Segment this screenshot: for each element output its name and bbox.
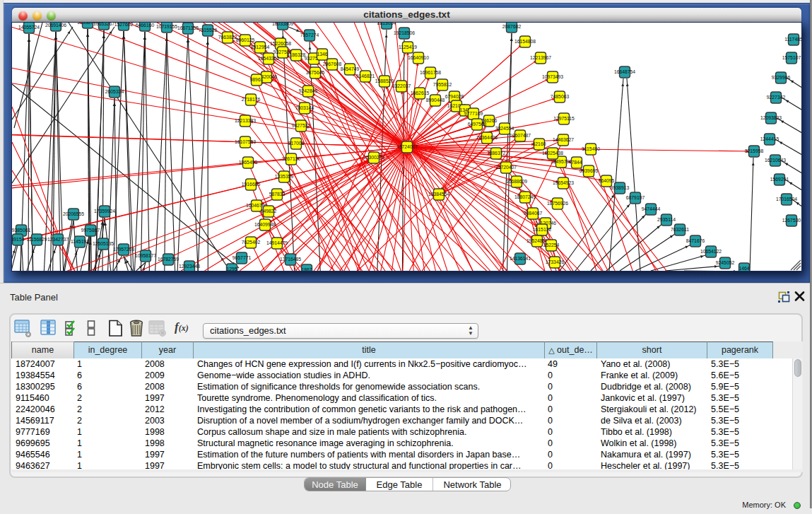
svg-text:16107553: 16107553: [235, 139, 256, 144]
svg-text:3267130: 3267130: [282, 156, 301, 161]
svg-text:2087682: 2087682: [502, 24, 522, 29]
svg-text:14055724: 14055724: [18, 25, 40, 30]
svg-text:10688609: 10688609: [506, 179, 527, 184]
svg-text:14914479: 14914479: [266, 240, 288, 245]
svg-text:587833: 587833: [269, 192, 286, 197]
svg-text:98961: 98961: [250, 77, 264, 82]
svg-text:8454749: 8454749: [341, 66, 360, 71]
svg-text:1569291: 1569291: [770, 177, 789, 182]
svg-text:1267530: 1267530: [782, 218, 801, 223]
svg-text:1615132: 1615132: [533, 227, 552, 232]
svg-text:9115460: 9115460: [582, 146, 600, 151]
svg-text:1244415: 1244415: [760, 136, 779, 141]
svg-text:252254: 252254: [543, 243, 560, 247]
svg-text:2967608: 2967608: [323, 62, 342, 66]
svg-text:7844: 7844: [571, 160, 582, 165]
svg-text:16543362: 16543362: [258, 56, 279, 61]
svg-text:2718176: 2718176: [242, 97, 261, 102]
svg-text:8471676: 8471676: [686, 238, 705, 243]
svg-text:15720407: 15720407: [495, 165, 517, 170]
svg-text:16782759: 16782759: [158, 257, 179, 262]
svg-text:19218506: 19218506: [394, 30, 415, 35]
svg-text:10025438: 10025438: [542, 151, 563, 156]
svg-text:12213383: 12213383: [235, 118, 256, 123]
svg-text:9657771: 9657771: [233, 255, 252, 260]
svg-text:9146821: 9146821: [356, 74, 375, 78]
svg-text:8186328: 8186328: [287, 52, 306, 57]
svg-text:9474444: 9474444: [642, 206, 661, 211]
svg-text:15226058: 15226058: [270, 41, 291, 46]
svg-text:20691406: 20691406: [45, 23, 66, 28]
svg-text:10653267: 10653267: [93, 23, 114, 26]
svg-text:7857274: 7857274: [300, 33, 319, 37]
svg-text:10719155: 10719155: [156, 24, 177, 29]
svg-text:2605334: 2605334: [105, 89, 124, 94]
svg-text:19384554: 19384554: [428, 192, 449, 197]
svg-text:12342737: 12342737: [47, 237, 69, 242]
svg-text:1916685: 1916685: [242, 182, 261, 187]
svg-text:1145191: 1145191: [71, 239, 89, 244]
svg-text:18495796: 18495796: [551, 159, 572, 164]
svg-text:8938913: 8938913: [611, 185, 630, 190]
svg-text:164095: 164095: [599, 178, 615, 183]
svg-text:20364436: 20364436: [476, 135, 498, 140]
svg-text:16640910: 16640910: [408, 55, 429, 60]
svg-text:6939695: 6939695: [579, 168, 599, 173]
svg-text:16671355: 16671355: [177, 25, 199, 30]
svg-text:11156829: 11156829: [26, 237, 47, 242]
svg-text:20206555: 20206555: [63, 211, 84, 216]
svg-text:7625402: 7625402: [242, 240, 261, 245]
svg-text:1346: 1346: [317, 52, 327, 57]
svg-text:12093833: 12093833: [760, 115, 782, 120]
svg-text:9427532: 9427532: [292, 123, 311, 128]
svg-text:10973493: 10973493: [542, 74, 563, 79]
svg-text:13716485: 13716485: [280, 257, 301, 262]
svg-text:16961758: 16961758: [420, 70, 441, 75]
svg-text:25300273: 25300273: [363, 155, 384, 160]
svg-text:16648754: 16648754: [614, 69, 635, 74]
svg-text:8912954: 8912954: [251, 45, 270, 49]
svg-text:1464: 1464: [739, 266, 749, 271]
svg-text:7485063: 7485063: [551, 94, 570, 99]
svg-text:12923448: 12923448: [179, 264, 200, 269]
svg-text:12213967: 12213967: [530, 55, 551, 60]
svg-text:1965493: 1965493: [239, 160, 258, 165]
svg-text:12505135: 12505135: [93, 241, 114, 246]
svg-text:9227342: 9227342: [767, 95, 786, 100]
svg-text:17359924: 17359924: [94, 209, 115, 214]
svg-text:1335359: 1335359: [275, 174, 294, 179]
svg-text:10607487: 10607487: [510, 133, 531, 138]
svg-text:1295: 1295: [226, 267, 237, 271]
svg-text:9329966: 9329966: [772, 75, 791, 80]
svg-text:6879197: 6879197: [626, 195, 645, 200]
svg-text:1527602: 1527602: [114, 23, 134, 27]
svg-text:39154: 39154: [12, 237, 25, 242]
svg-text:7955812: 7955812: [433, 82, 452, 87]
svg-text:6794028: 6794028: [445, 94, 464, 99]
svg-text:17957203: 17957203: [113, 247, 134, 252]
svg-text:1125419: 1125419: [399, 45, 417, 49]
svg-text:9245052: 9245052: [716, 260, 735, 265]
svg-text:10958177: 10958177: [135, 253, 156, 258]
svg-text:817006: 817006: [288, 141, 305, 146]
svg-text:9777169: 9777169: [464, 111, 483, 116]
svg-text:8813054: 8813054: [377, 23, 396, 25]
svg-text:1867: 1867: [301, 267, 312, 271]
svg-text:16033809: 16033809: [272, 23, 293, 26]
svg-text:1117485: 1117485: [784, 37, 801, 42]
svg-text:8960125: 8960125: [236, 37, 255, 42]
svg-text:7663822: 7663822: [218, 35, 237, 40]
svg-text:16154808: 16154808: [514, 39, 536, 44]
svg-text:9385061: 9385061: [12, 228, 30, 233]
svg-text:18756926: 18756926: [547, 201, 568, 206]
svg-text:8215958: 8215958: [745, 148, 764, 153]
svg-text:6497568: 6497568: [468, 122, 487, 127]
svg-text:14463627: 14463627: [553, 137, 574, 142]
svg-text:10654122: 10654122: [700, 249, 722, 254]
svg-text:3824554: 3824554: [495, 126, 514, 131]
svg-text:62160: 62160: [533, 141, 546, 146]
svg-text:1733426: 1733426: [546, 259, 565, 264]
svg-text:7803144: 7803144: [295, 105, 314, 110]
svg-text:1588520: 1588520: [375, 78, 394, 83]
svg-text:7886372: 7886372: [487, 151, 506, 156]
